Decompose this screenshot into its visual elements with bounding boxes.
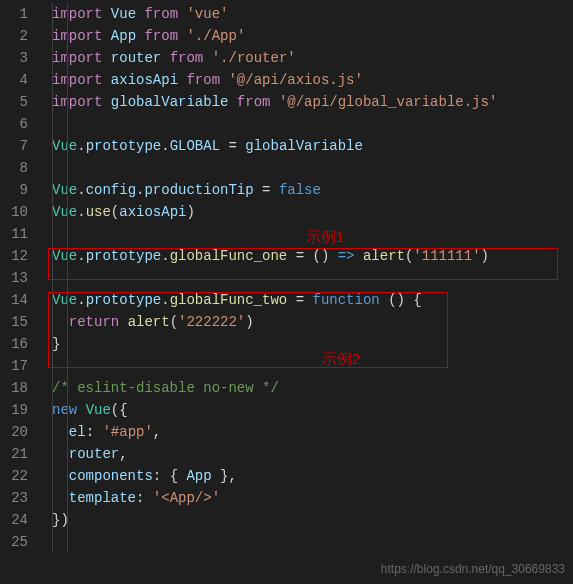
code-line[interactable]	[52, 267, 573, 289]
code-line[interactable]: Vue.config.productionTip = false	[52, 179, 573, 201]
line-number: 1	[0, 3, 42, 25]
code-line[interactable]	[52, 113, 573, 135]
line-number: 24	[0, 509, 42, 531]
code-area[interactable]: import Vue from 'vue' import App from '.…	[42, 0, 573, 553]
code-line[interactable]: }	[52, 333, 573, 355]
line-number: 15	[0, 311, 42, 333]
code-line[interactable]: components: { App },	[52, 465, 573, 487]
line-number: 8	[0, 157, 42, 179]
code-line[interactable]: Vue.use(axiosApi)	[52, 201, 573, 223]
line-number: 7	[0, 135, 42, 157]
line-number: 9	[0, 179, 42, 201]
code-line[interactable]: import router from './router'	[52, 47, 573, 69]
code-line[interactable]: import App from './App'	[52, 25, 573, 47]
line-number: 21	[0, 443, 42, 465]
line-number: 12	[0, 245, 42, 267]
line-number: 4	[0, 69, 42, 91]
code-line[interactable]: })	[52, 509, 573, 531]
line-number: 20	[0, 421, 42, 443]
line-number: 19	[0, 399, 42, 421]
indent-guide	[67, 3, 68, 553]
code-line[interactable]: import globalVariable from '@/api/global…	[52, 91, 573, 113]
line-number-gutter: 1234567891011121314151617181920212223242…	[0, 0, 42, 553]
code-line[interactable]: new Vue({	[52, 399, 573, 421]
code-line[interactable]: router,	[52, 443, 573, 465]
line-number: 23	[0, 487, 42, 509]
code-line[interactable]: Vue.prototype.globalFunc_one = () => ale…	[52, 245, 573, 267]
line-number: 18	[0, 377, 42, 399]
indent-guide	[52, 3, 53, 553]
annotation-label-2: 示例2	[322, 348, 360, 370]
line-number: 2	[0, 25, 42, 47]
line-number: 10	[0, 201, 42, 223]
watermark: https://blog.csdn.net/qq_30669833	[381, 558, 565, 580]
code-line[interactable]: el: '#app',	[52, 421, 573, 443]
code-line[interactable]: template: '<App/>'	[52, 487, 573, 509]
code-line[interactable]: /* eslint-disable no-new */	[52, 377, 573, 399]
line-number: 17	[0, 355, 42, 377]
line-number: 11	[0, 223, 42, 245]
code-line[interactable]	[52, 531, 573, 553]
code-line[interactable]: Vue.prototype.GLOBAL = globalVariable	[52, 135, 573, 157]
line-number: 22	[0, 465, 42, 487]
code-line[interactable]	[52, 157, 573, 179]
code-editor[interactable]: 1234567891011121314151617181920212223242…	[0, 0, 573, 553]
annotation-label-1: 示例1	[306, 226, 344, 248]
code-line[interactable]: return alert('222222')	[52, 311, 573, 333]
line-number: 6	[0, 113, 42, 135]
line-number: 16	[0, 333, 42, 355]
code-line[interactable]: Vue.prototype.globalFunc_two = function …	[52, 289, 573, 311]
line-number: 3	[0, 47, 42, 69]
code-line[interactable]: import axiosApi from '@/api/axios.js'	[52, 69, 573, 91]
line-number: 25	[0, 531, 42, 553]
line-number: 5	[0, 91, 42, 113]
line-number: 13	[0, 267, 42, 289]
line-number: 14	[0, 289, 42, 311]
code-line[interactable]: import Vue from 'vue'	[52, 3, 573, 25]
code-line[interactable]	[52, 355, 573, 377]
